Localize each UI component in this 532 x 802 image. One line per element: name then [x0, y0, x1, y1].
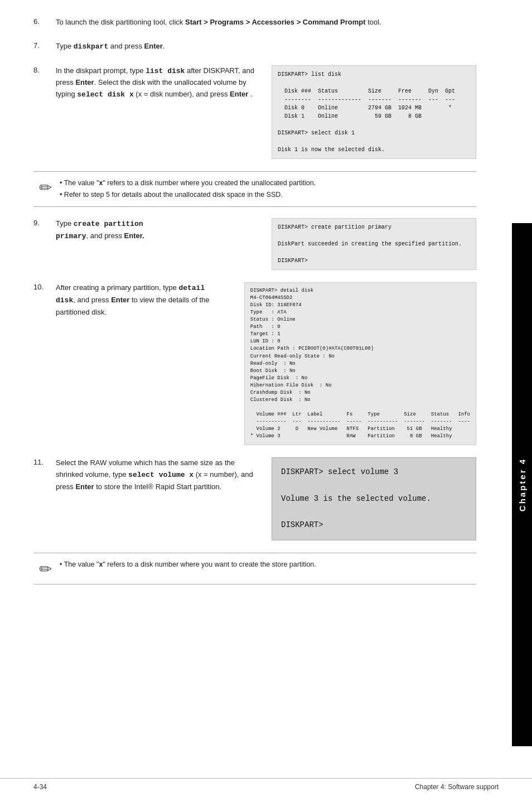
step-8-code1: list disk: [146, 67, 185, 75]
step-10-text: After creating a primary partition, type…: [56, 282, 233, 318]
chapter-tab-label: Chapter 4: [518, 458, 527, 511]
step-7-text: Type diskpart and press Enter.: [56, 41, 476, 53]
step-number-8: 8.: [33, 65, 56, 74]
step-8-with-image: In the diskpart prompt, type list disk a…: [56, 65, 476, 159]
step-number-6: 6.: [33, 17, 56, 26]
step-7-content: Type diskpart and press Enter.: [56, 41, 476, 53]
step-8: 8. In the diskpart prompt, type list dis…: [33, 65, 476, 159]
step-9-with-image: Type create partitionprimary, and press …: [56, 218, 476, 270]
note-1-item-2: Refer to step 5 for details about the un…: [60, 189, 316, 201]
step-10-content: After creating a primary partition, type…: [56, 282, 476, 445]
step-7-bold: Enter: [144, 42, 163, 50]
note-1-item-1: The value "x" refers to a disk number wh…: [60, 177, 316, 189]
footer: 4-34 Chapter 4: Software support: [0, 778, 532, 791]
step-8-text: In the diskpart prompt, type list disk a…: [56, 65, 260, 101]
step-11-text: Select the RAW volume which has the same…: [56, 457, 260, 492]
step-11-terminal-box: DISKPART> select volume 3 Volume 3 is th…: [272, 457, 476, 540]
note-2-item-1: The value "x" refers to a disk number wh…: [60, 559, 316, 571]
note-2-list: The value "x" refers to a disk number wh…: [60, 559, 316, 571]
footer-chapter-title: Chapter 4: Software support: [415, 783, 499, 791]
step-10-code: detaildisk: [56, 284, 205, 305]
chapter-tab: Chapter 4: [512, 223, 532, 746]
step-10-terminal: DISKPART> detail disk M4-CT064M4SSD2 Dis…: [244, 282, 476, 445]
step-9-terminal-box: DISKPART> create partition primary DiskP…: [272, 218, 476, 270]
step-6-content: To launch the disk partitioning tool, cl…: [56, 17, 476, 28]
step-11-terminal: DISKPART> select volume 3 Volume 3 is th…: [272, 457, 476, 540]
step-7-code: diskpart: [74, 42, 108, 51]
step-9-text: Type create partitionprimary, and press …: [56, 218, 260, 243]
step-11: 11. Select the RAW volume which has the …: [33, 457, 476, 540]
note-pencil-icon: ✏: [39, 178, 52, 197]
content-area: 6. To launch the disk partitioning tool,…: [33, 17, 476, 584]
step-10: 10. After creating a primary partition, …: [33, 282, 476, 445]
step-8-terminal-box: DISKPART> list disk Disk ### Status Size…: [272, 65, 476, 159]
note-pencil-icon-2: ✏: [39, 560, 52, 578]
step-7: 7. Type diskpart and press Enter.: [33, 41, 476, 53]
step-11-content: Select the RAW volume which has the same…: [56, 457, 476, 540]
footer-page-number: 4-34: [33, 783, 47, 791]
step-8-terminal: DISKPART> list disk Disk ### Status Size…: [272, 65, 476, 159]
note-1-list: The value "x" refers to a disk number wh…: [60, 177, 316, 201]
step-number-10: 10.: [33, 282, 56, 291]
note-1-content: The value "x" refers to a disk number wh…: [60, 177, 316, 201]
step-11-with-image: Select the RAW volume which has the same…: [56, 457, 476, 540]
step-number-11: 11.: [33, 457, 56, 466]
step-8-code2: select disk x: [77, 90, 133, 99]
step-6-bold: Start > Programs > Accessories > Command…: [185, 18, 366, 26]
page-container: 6. To launch the disk partitioning tool,…: [0, 0, 532, 802]
step-10-terminal-box: DISKPART> detail disk M4-CT064M4SSD2 Dis…: [244, 282, 476, 445]
note-2-content: The value "x" refers to a disk number wh…: [60, 559, 316, 571]
step-6-text: To launch the disk partitioning tool, cl…: [56, 17, 476, 28]
step-number-9: 9.: [33, 218, 56, 227]
step-9: 9. Type create partitionprimary, and pre…: [33, 218, 476, 270]
step-8-content: In the diskpart prompt, type list disk a…: [56, 65, 476, 159]
step-9-content: Type create partitionprimary, and press …: [56, 218, 476, 270]
step-6: 6. To launch the disk partitioning tool,…: [33, 17, 476, 28]
step-9-terminal: DISKPART> create partition primary DiskP…: [272, 218, 476, 270]
step-number-7: 7.: [33, 41, 56, 50]
step-11-code: select volume x: [128, 471, 194, 479]
note-box-1: ✏ The value "x" refers to a disk number …: [33, 171, 476, 207]
note-box-2: ✏ The value "x" refers to a disk number …: [33, 553, 476, 584]
step-10-with-image: After creating a primary partition, type…: [56, 282, 476, 445]
